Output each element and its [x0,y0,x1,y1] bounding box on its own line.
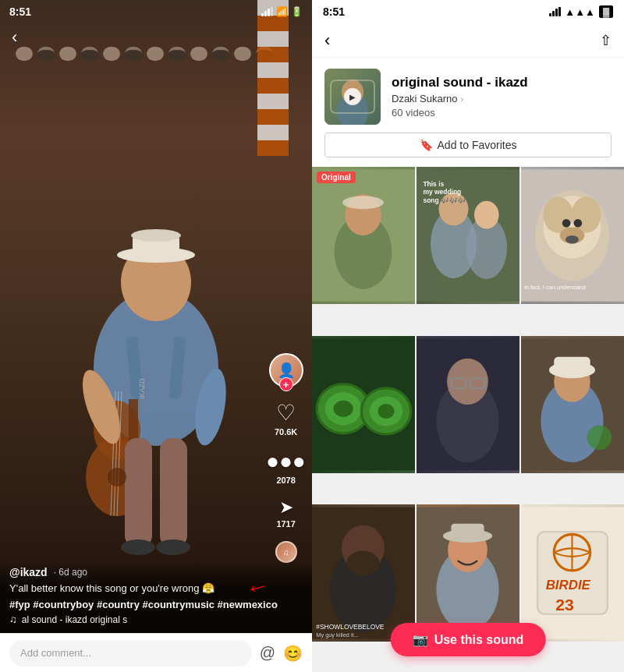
svg-point-29 [342,196,384,209]
add-to-favorites-button[interactable]: 🔖 Add to Favorites [324,133,612,157]
grid-item-5[interactable] [417,336,519,473]
right-status-icons: ▲▲▲ ▓ [549,5,613,18]
use-this-sound-button[interactable]: 📷 Use this sound [391,623,546,656]
like-icon[interactable]: ♡ [276,400,296,426]
action-sidebar: 👤 + ♡ 70.6K ●●● 2078 ➤ 1717 ♫ [266,353,306,563]
svg-text:IKAZD: IKAZD [138,378,146,399]
grid-item-4[interactable] [312,336,415,473]
share-icon[interactable]: ➤ [279,497,293,518]
svg-rect-15 [125,438,152,547]
hat-10 [212,47,229,61]
svg-point-19 [108,468,126,486]
favorites-label: Add to Favorites [438,139,517,151]
hat-4 [81,47,98,61]
hat-2 [37,47,55,61]
battery-icon-right: ▓ [599,5,613,18]
svg-point-71 [346,551,379,576]
svg-point-43 [571,196,601,232]
back-button-right[interactable]: ‹ [324,30,330,51]
original-badge: Original [317,172,356,183]
hat-11 [234,47,251,61]
svg-text:in fact, I can understand: in fact, I can understand [524,284,586,291]
hat-8 [168,47,186,61]
mention-icon[interactable]: @ [260,644,275,662]
svg-text:#SHOWLOVEBELOVE: #SHOWLOVEBELOVE [316,623,385,631]
grid-item-9[interactable]: BIRDIE 23 [521,504,624,642]
battery-icon: 🔋 [291,6,303,17]
time-ago: · 6d ago [54,567,87,578]
comment-icon[interactable]: ●●● [266,449,306,474]
svg-text:song 🎶🎶🎶: song 🎶🎶🎶 [423,196,466,205]
back-button-left[interactable]: ‹ [12,27,17,48]
bookmark-icon: 🔖 [420,139,433,151]
hat-6 [125,47,142,61]
svg-point-58 [447,359,488,405]
hat-5 [103,47,120,61]
svg-point-67 [587,425,612,450]
sound-bar[interactable]: ♫ al sound - ikazd original s [9,614,303,625]
svg-point-55 [378,404,394,419]
grid-item-7[interactable]: #SHOWLOVEBELOVE My guy killed it... [312,504,415,642]
share-count: 1717 [276,519,295,529]
svg-text:This is: This is [423,180,444,188]
watermark: groovyPost.com [255,663,306,670]
grid-item-8[interactable] [417,504,519,642]
comment-placeholder: Add comment... [20,647,91,659]
right-time: 8:51 [323,5,345,18]
share-group: ➤ 1717 [276,497,295,529]
comment-input-area[interactable]: Add comment... [9,640,252,667]
signal-strength-icon [261,7,273,16]
follow-plus-button[interactable]: + [279,377,293,391]
svg-point-46 [574,219,583,228]
share-button-right[interactable]: ⇧ [600,32,612,49]
comment-count: 2078 [276,476,295,485]
svg-point-52 [333,400,353,416]
svg-text:BIRDIE: BIRDIE [546,578,591,592]
wifi-icon: 📶 [276,6,288,17]
right-nav-bar: ‹ ⇧ [312,23,624,58]
play-button[interactable]: ▶ [344,88,361,105]
svg-rect-16 [160,438,187,547]
video-grid: Original This is my wedding song 🎶🎶🎶 [312,167,624,672]
svg-point-42 [544,196,573,232]
hat-7 [147,47,164,61]
svg-point-4 [131,229,181,242]
hat-9 [190,47,207,61]
sound-info-section: ▶ original sound - ikazd Dzaki Sukarno ›… [312,58,624,133]
sound-thumbnail[interactable]: ▶ [324,69,381,125]
music-note-icon: ♫ [9,614,17,625]
left-panel: IKAZD 8:51 📶 🔋 ‹ 👤 + ♡ 70.6K ●●● [0,0,312,672]
sound-text: al sound - ikazd original s [22,614,303,625]
svg-point-18 [156,539,190,555]
chevron-right-icon: › [461,94,464,104]
sound-details: original sound - ikazd Dzaki Sukarno › 6… [392,75,612,118]
sound-author-row[interactable]: Dzaki Sukarno › [392,93,612,104]
svg-point-45 [562,219,571,228]
svg-point-34 [474,201,499,229]
username[interactable]: @ikazd [9,566,48,578]
left-time: 8:51 [9,5,31,18]
like-count: 70.6K [275,427,297,437]
grid-item-1[interactable]: Original [312,167,415,304]
svg-point-47 [566,235,579,244]
comment-group: ●●● 2078 [266,449,306,485]
left-status-icons: 📶 🔋 [261,6,303,17]
grid-item-3[interactable]: in fact, I can understand [521,167,624,304]
grid-item-2[interactable]: This is my wedding song 🎶🎶🎶 [417,167,519,304]
emoji-icon[interactable]: 😊 [283,644,303,663]
svg-point-17 [121,539,155,555]
hat-3 [59,47,76,61]
sound-video-count: 60 videos [392,107,612,118]
grid-item-6[interactable] [521,336,624,473]
wifi-icon-right: ▲▲▲ [565,6,595,18]
creator-avatar[interactable]: 👤 + [269,353,303,387]
use-sound-label: Use this sound [434,633,524,647]
flag-decoration [257,0,289,156]
person-silhouette: IKAZD [55,212,257,602]
like-group: ♡ 70.6K [275,400,297,437]
video-camera-icon: 📷 [413,632,428,647]
svg-rect-78 [451,524,484,539]
hashtags[interactable]: #fyp #countryboy #country #countrymusic … [9,599,303,610]
hat-collection [16,47,296,61]
sound-title: original sound - ikazd [392,75,612,90]
